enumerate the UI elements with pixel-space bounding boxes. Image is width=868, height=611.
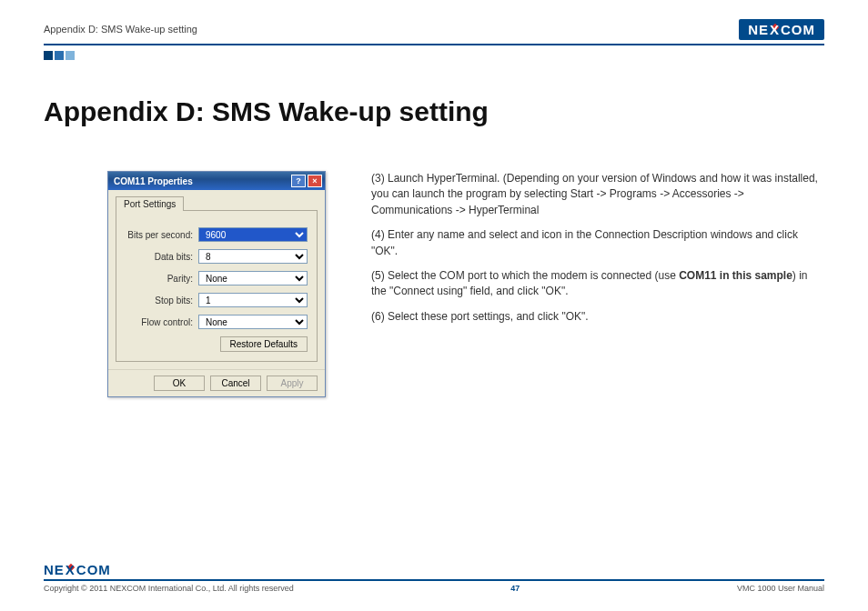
logo-x-icon: X xyxy=(770,22,780,37)
help-icon[interactable]: ? xyxy=(291,175,306,187)
stop-bits-label: Stop bits: xyxy=(126,295,198,306)
port-settings-panel: Bits per second: 9600 Data bits: 8 Parit… xyxy=(116,210,318,362)
footer-rule xyxy=(44,579,824,581)
manual-name: VMC 1000 User Manual xyxy=(737,584,824,593)
instruction-step-5: (5) Select the COM port to which the mod… xyxy=(371,268,824,300)
restore-defaults-button[interactable]: Restore Defaults xyxy=(220,336,308,352)
apply-button[interactable]: Apply xyxy=(267,376,318,391)
bits-per-second-select[interactable]: 9600 xyxy=(198,227,308,242)
footer-logo-right: COM xyxy=(76,562,111,577)
decorative-squares xyxy=(44,51,824,60)
parity-label: Parity: xyxy=(126,274,198,284)
data-bits-label: Data bits: xyxy=(126,252,198,262)
bits-per-second-label: Bits per second: xyxy=(126,230,198,240)
logo-part-left: NE xyxy=(748,22,769,37)
footer-logo-left: NE xyxy=(44,562,65,577)
com-port-sample: COM11 in this sample xyxy=(679,269,792,282)
stop-bits-select[interactable]: 1 xyxy=(198,293,308,307)
instruction-step-3: (3) Launch HyperTerminal. (Depending on … xyxy=(371,171,824,218)
page-title: Appendix D: SMS Wake-up setting xyxy=(44,96,824,127)
instruction-step-6: (6) Select these port settings, and clic… xyxy=(371,309,824,325)
close-icon[interactable]: × xyxy=(308,175,322,187)
tab-port-settings[interactable]: Port Settings xyxy=(116,196,184,211)
footer-logo: NE X COM xyxy=(44,562,824,577)
brand-logo: NE X COM xyxy=(739,19,824,40)
parity-select[interactable]: None xyxy=(198,271,308,285)
cancel-button[interactable]: Cancel xyxy=(210,376,261,391)
page-number: 47 xyxy=(510,584,520,593)
instruction-step-4: (4) Enter any name and select and icon i… xyxy=(371,227,824,259)
copyright-text: Copyright © 2011 NEXCOM International Co… xyxy=(44,584,294,593)
footer-logo-x-icon: X xyxy=(66,562,76,577)
flow-control-label: Flow control: xyxy=(126,317,198,327)
instructions: (3) Launch HyperTerminal. (Depending on … xyxy=(371,171,824,334)
com-properties-dialog: COM11 Properties ? × Port Settings Bits … xyxy=(107,171,326,397)
breadcrumb: Appendix D: SMS Wake-up setting xyxy=(44,24,197,35)
data-bits-select[interactable]: 8 xyxy=(198,249,308,264)
header-rule xyxy=(44,44,824,45)
logo-part-right: COM xyxy=(781,22,815,37)
dialog-title: COM11 Properties xyxy=(114,176,193,186)
ok-button[interactable]: OK xyxy=(154,376,205,391)
dialog-titlebar[interactable]: COM11 Properties ? × xyxy=(108,172,325,190)
flow-control-select[interactable]: None xyxy=(198,315,308,329)
